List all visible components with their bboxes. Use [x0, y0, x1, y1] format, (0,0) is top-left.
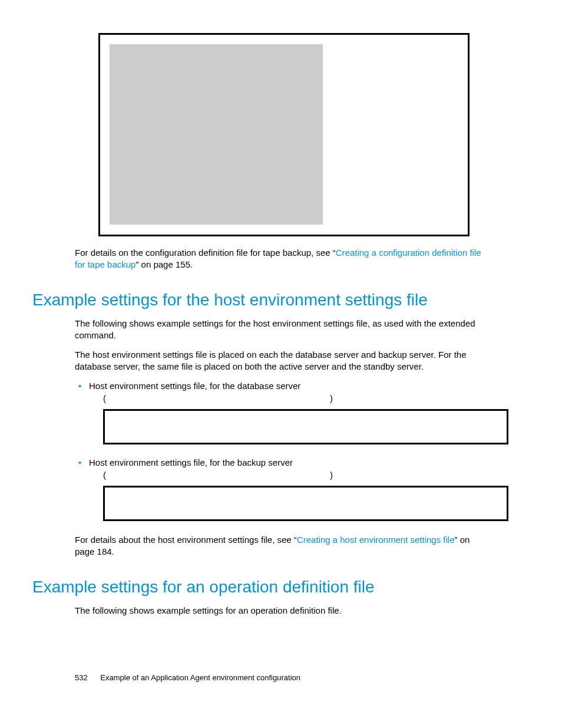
- page-number: 532: [75, 673, 88, 682]
- section1-p1: The following shows example settings for…: [75, 318, 491, 342]
- figure-caption-note: For details on the configuration definit…: [75, 247, 491, 271]
- section2-p1: The following shows example settings for…: [75, 605, 491, 617]
- paren-right: ): [330, 393, 333, 403]
- section1-note: For details about the host environment s…: [75, 534, 491, 558]
- link-host-env-settings-file[interactable]: Creating a host environment settings fil…: [297, 535, 455, 545]
- list-item: Host environment settings file, for the …: [75, 381, 491, 444]
- text: ” on page 155.: [135, 259, 193, 269]
- list-item: Host environment settings file, for the …: [75, 457, 491, 521]
- bullet-label: Host environment settings file, for the …: [89, 381, 300, 391]
- section1-p2: The host environment settings file is pl…: [75, 349, 491, 373]
- bullet-list: Host environment settings file, for the …: [75, 381, 491, 521]
- text: For details about the host environment s…: [75, 535, 297, 545]
- paren-right: ): [330, 470, 333, 480]
- paren-left: (: [103, 393, 106, 403]
- paren-line: (): [103, 393, 491, 403]
- bullet-label: Host environment settings file, for the …: [89, 457, 293, 467]
- footer-title: Example of an Application Agent environm…: [100, 673, 300, 682]
- heading-example-host-env: Example settings for the host environmen…: [32, 290, 491, 310]
- code-box-backup-server: [103, 486, 508, 521]
- heading-example-op-def: Example settings for an operation defini…: [32, 577, 491, 597]
- figure-placeholder: [110, 44, 323, 225]
- page-footer: 532 Example of an Application Agent envi…: [75, 673, 300, 682]
- paren-line: (): [103, 470, 491, 480]
- text: For details on the configuration definit…: [75, 248, 336, 258]
- paren-left: (: [103, 470, 106, 480]
- code-box-db-server: [103, 409, 508, 444]
- figure-frame: [98, 33, 470, 236]
